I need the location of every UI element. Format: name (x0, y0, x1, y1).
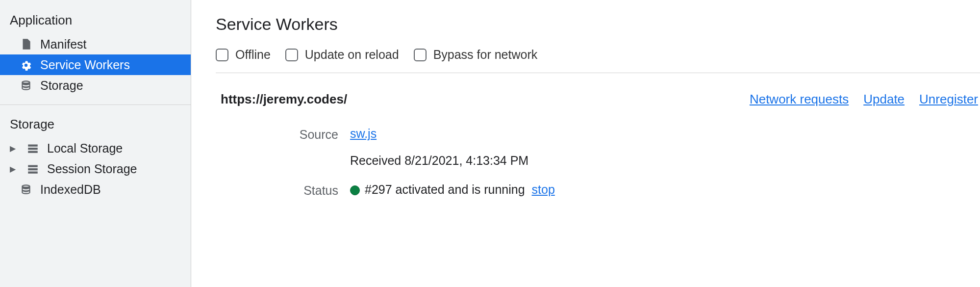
database-icon (19, 78, 33, 93)
bypass-for-network-checkbox[interactable]: Bypass for network (414, 48, 538, 62)
update-link[interactable]: Update (863, 92, 905, 107)
sidebar-item-indexeddb[interactable]: IndexedDB (0, 179, 191, 200)
unregister-link[interactable]: Unregister (919, 92, 978, 107)
checkbox-box-icon (414, 49, 427, 61)
checkbox-label: Update on reload (305, 48, 399, 62)
status-text: #297 activated and is running (365, 183, 525, 196)
sidebar-item-label: Storage (40, 78, 83, 93)
sidebar-divider (0, 104, 191, 105)
source-value: sw.js Received 8/21/2021, 4:13:34 PM (350, 127, 980, 168)
grid-icon (25, 141, 40, 156)
sidebar: Application Manifest Service Workers Sto… (0, 0, 191, 287)
sidebar-item-label: Local Storage (47, 141, 123, 156)
sidebar-item-manifest[interactable]: Manifest (0, 34, 191, 54)
expand-arrow-icon[interactable]: ▶ (9, 165, 17, 173)
section-heading-storage: Storage (0, 113, 191, 138)
section-heading-application: Application (0, 9, 191, 34)
stop-link[interactable]: stop (532, 183, 555, 196)
sw-actions: Network requests Update Unregister (750, 92, 978, 107)
status-label: Status (216, 183, 338, 198)
sw-details: Source sw.js Received 8/21/2021, 4:13:34… (216, 127, 980, 198)
status-value: #297 activated and is running stop (350, 183, 980, 197)
options-row: Offline Update on reload Bypass for netw… (216, 48, 980, 73)
sidebar-item-session-storage[interactable]: ▶ Session Storage (0, 158, 191, 179)
checkbox-label: Bypass for network (433, 48, 538, 62)
source-file-link[interactable]: sw.js (350, 127, 377, 140)
sidebar-item-label: IndexedDB (40, 183, 101, 197)
gear-icon (19, 57, 33, 72)
sidebar-item-service-workers[interactable]: Service Workers (0, 54, 191, 75)
grid-icon (25, 161, 40, 176)
network-requests-link[interactable]: Network requests (750, 92, 849, 107)
sidebar-item-label: Manifest (40, 37, 86, 52)
main-panel: Service Workers Offline Update on reload… (191, 0, 980, 287)
sidebar-item-local-storage[interactable]: ▶ Local Storage (0, 138, 191, 158)
sw-origin: https://jeremy.codes/ (216, 92, 347, 107)
checkbox-label: Offline (235, 48, 271, 62)
database-icon (19, 182, 33, 197)
checkbox-box-icon (285, 49, 298, 61)
page-title: Service Workers (216, 15, 980, 34)
status-dot-icon (350, 185, 360, 195)
file-icon (19, 37, 33, 52)
source-label: Source (216, 127, 338, 142)
received-timestamp: Received 8/21/2021, 4:13:34 PM (350, 154, 980, 168)
sidebar-item-label: Service Workers (40, 58, 130, 72)
sidebar-item-storage[interactable]: Storage (0, 75, 191, 96)
offline-checkbox[interactable]: Offline (216, 48, 271, 62)
sidebar-item-label: Session Storage (47, 162, 137, 176)
sw-header: https://jeremy.codes/ Network requests U… (216, 92, 980, 107)
update-on-reload-checkbox[interactable]: Update on reload (285, 48, 399, 62)
checkbox-box-icon (216, 49, 228, 61)
service-worker-block: https://jeremy.codes/ Network requests U… (216, 73, 980, 198)
expand-arrow-icon[interactable]: ▶ (9, 144, 17, 152)
